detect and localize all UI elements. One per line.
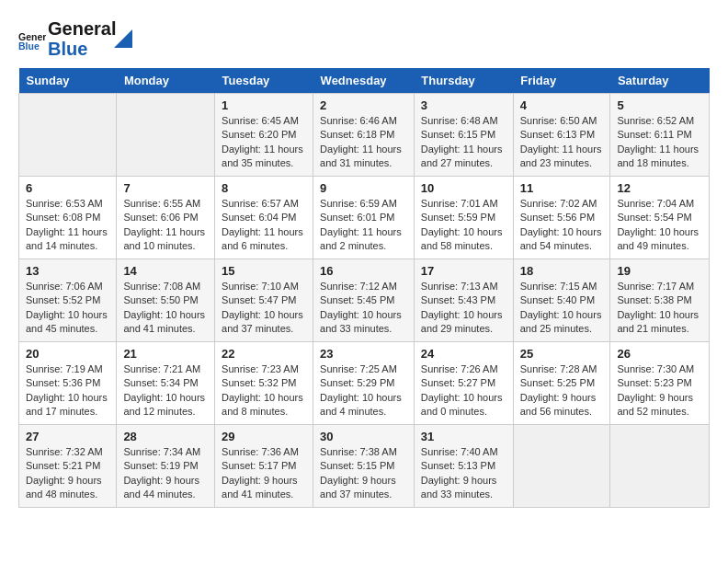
- day-number: 16: [320, 264, 407, 278]
- calendar-cell: [19, 94, 117, 177]
- day-number: 12: [617, 181, 702, 195]
- calendar-cell: 24Sunrise: 7:26 AMSunset: 5:27 PMDayligh…: [414, 342, 513, 425]
- cell-info: Sunrise: 6:52 AMSunset: 6:11 PMDaylight:…: [617, 114, 702, 171]
- day-number: 25: [520, 347, 604, 361]
- calendar-cell: 8Sunrise: 6:57 AMSunset: 6:04 PMDaylight…: [215, 177, 313, 259]
- day-number: 7: [123, 181, 208, 195]
- cell-info: Sunrise: 7:12 AMSunset: 5:45 PMDaylight:…: [320, 280, 407, 337]
- calendar-cell: 12Sunrise: 7:04 AMSunset: 5:54 PMDayligh…: [610, 177, 710, 259]
- cell-info: Sunrise: 6:50 AMSunset: 6:13 PMDaylight:…: [520, 114, 604, 171]
- day-number: 8: [222, 181, 306, 195]
- cell-info: Sunrise: 7:23 AMSunset: 5:32 PMDaylight:…: [222, 362, 306, 419]
- calendar-cell: 23Sunrise: 7:25 AMSunset: 5:29 PMDayligh…: [313, 342, 415, 425]
- calendar-week-row: 6Sunrise: 6:53 AMSunset: 6:08 PMDaylight…: [19, 177, 710, 259]
- day-number: 15: [222, 264, 306, 278]
- calendar-cell: 3Sunrise: 6:48 AMSunset: 6:15 PMDaylight…: [414, 94, 513, 177]
- logo-general: General: [48, 18, 116, 39]
- cell-info: Sunrise: 6:48 AMSunset: 6:15 PMDaylight:…: [421, 114, 506, 171]
- calendar-cell: 14Sunrise: 7:08 AMSunset: 5:50 PMDayligh…: [117, 259, 215, 342]
- calendar-cell: 2Sunrise: 6:46 AMSunset: 6:18 PMDaylight…: [313, 94, 415, 177]
- col-header-sunday: Sunday: [19, 68, 117, 94]
- svg-text:Blue: Blue: [18, 40, 40, 52]
- cell-info: Sunrise: 6:59 AMSunset: 6:01 PMDaylight:…: [320, 197, 407, 254]
- cell-info: Sunrise: 7:32 AMSunset: 5:21 PMDaylight:…: [26, 445, 109, 502]
- calendar-cell: 28Sunrise: 7:34 AMSunset: 5:19 PMDayligh…: [117, 425, 215, 508]
- calendar-cell: 29Sunrise: 7:36 AMSunset: 5:17 PMDayligh…: [215, 425, 313, 508]
- cell-info: Sunrise: 6:45 AMSunset: 6:20 PMDaylight:…: [222, 114, 306, 171]
- cell-info: Sunrise: 7:08 AMSunset: 5:50 PMDaylight:…: [123, 280, 208, 337]
- cell-info: Sunrise: 6:57 AMSunset: 6:04 PMDaylight:…: [222, 197, 306, 254]
- calendar-cell: 30Sunrise: 7:38 AMSunset: 5:15 PMDayligh…: [313, 425, 415, 508]
- calendar-cell: 18Sunrise: 7:15 AMSunset: 5:40 PMDayligh…: [513, 259, 610, 342]
- day-number: 17: [421, 264, 506, 278]
- calendar-week-row: 1Sunrise: 6:45 AMSunset: 6:20 PMDaylight…: [19, 94, 710, 177]
- cell-info: Sunrise: 7:30 AMSunset: 5:23 PMDaylight:…: [617, 362, 702, 419]
- cell-info: Sunrise: 7:21 AMSunset: 5:34 PMDaylight:…: [123, 362, 208, 419]
- calendar-week-row: 27Sunrise: 7:32 AMSunset: 5:21 PMDayligh…: [19, 425, 710, 508]
- day-number: 11: [520, 181, 604, 195]
- calendar-cell: [117, 94, 215, 177]
- day-number: 29: [222, 430, 306, 443]
- calendar-cell: 19Sunrise: 7:17 AMSunset: 5:38 PMDayligh…: [610, 259, 710, 342]
- day-number: 30: [320, 430, 407, 443]
- day-number: 19: [617, 264, 702, 278]
- cell-info: Sunrise: 7:04 AMSunset: 5:54 PMDaylight:…: [617, 197, 702, 254]
- day-number: 22: [222, 347, 306, 361]
- calendar-cell: 13Sunrise: 7:06 AMSunset: 5:52 PMDayligh…: [19, 259, 117, 342]
- cell-info: Sunrise: 7:28 AMSunset: 5:25 PMDaylight:…: [520, 362, 604, 419]
- calendar-week-row: 13Sunrise: 7:06 AMSunset: 5:52 PMDayligh…: [19, 259, 710, 342]
- col-header-saturday: Saturday: [610, 68, 710, 94]
- cell-info: Sunrise: 7:19 AMSunset: 5:36 PMDaylight:…: [26, 362, 109, 419]
- calendar-cell: 4Sunrise: 6:50 AMSunset: 6:13 PMDaylight…: [513, 94, 610, 177]
- calendar-cell: 27Sunrise: 7:32 AMSunset: 5:21 PMDayligh…: [19, 425, 117, 508]
- cell-info: Sunrise: 7:01 AMSunset: 5:59 PMDaylight:…: [421, 197, 506, 254]
- calendar-cell: 5Sunrise: 6:52 AMSunset: 6:11 PMDaylight…: [610, 94, 710, 177]
- calendar-cell: [610, 425, 710, 508]
- col-header-wednesday: Wednesday: [313, 68, 415, 94]
- day-number: 26: [617, 347, 702, 361]
- day-number: 14: [123, 264, 208, 278]
- calendar-cell: 11Sunrise: 7:02 AMSunset: 5:56 PMDayligh…: [513, 177, 610, 259]
- svg-marker-3: [114, 29, 132, 48]
- cell-info: Sunrise: 7:13 AMSunset: 5:43 PMDaylight:…: [421, 280, 506, 337]
- logo: General Blue General Blue: [18, 18, 132, 59]
- calendar-cell: 1Sunrise: 6:45 AMSunset: 6:20 PMDaylight…: [215, 94, 313, 177]
- day-number: 20: [26, 347, 109, 361]
- col-header-tuesday: Tuesday: [215, 68, 313, 94]
- logo-icon: General Blue: [18, 25, 46, 52]
- day-number: 28: [123, 430, 208, 443]
- cell-info: Sunrise: 7:36 AMSunset: 5:17 PMDaylight:…: [222, 445, 306, 502]
- day-number: 1: [222, 98, 306, 112]
- day-number: 3: [421, 98, 506, 112]
- calendar-cell: 15Sunrise: 7:10 AMSunset: 5:47 PMDayligh…: [215, 259, 313, 342]
- calendar-cell: 25Sunrise: 7:28 AMSunset: 5:25 PMDayligh…: [513, 342, 610, 425]
- logo-blue: Blue: [48, 39, 116, 59]
- cell-info: Sunrise: 7:02 AMSunset: 5:56 PMDaylight:…: [520, 197, 604, 254]
- calendar-cell: 7Sunrise: 6:55 AMSunset: 6:06 PMDaylight…: [117, 177, 215, 259]
- day-number: 23: [320, 347, 407, 361]
- calendar-table: SundayMondayTuesdayWednesdayThursdayFrid…: [18, 68, 710, 508]
- col-header-thursday: Thursday: [414, 68, 513, 94]
- calendar-cell: 10Sunrise: 7:01 AMSunset: 5:59 PMDayligh…: [414, 177, 513, 259]
- cell-info: Sunrise: 7:10 AMSunset: 5:47 PMDaylight:…: [222, 280, 306, 337]
- cell-info: Sunrise: 7:06 AMSunset: 5:52 PMDaylight:…: [26, 280, 109, 337]
- calendar-cell: 16Sunrise: 7:12 AMSunset: 5:45 PMDayligh…: [313, 259, 415, 342]
- day-number: 10: [421, 181, 506, 195]
- day-number: 31: [421, 430, 506, 443]
- logo-triangle-icon: [114, 20, 132, 48]
- day-number: 2: [320, 98, 407, 112]
- day-number: 24: [421, 347, 506, 361]
- cell-info: Sunrise: 6:53 AMSunset: 6:08 PMDaylight:…: [26, 197, 109, 254]
- cell-info: Sunrise: 6:46 AMSunset: 6:18 PMDaylight:…: [320, 114, 407, 171]
- cell-info: Sunrise: 7:25 AMSunset: 5:29 PMDaylight:…: [320, 362, 407, 419]
- day-number: 5: [617, 98, 702, 112]
- cell-info: Sunrise: 7:17 AMSunset: 5:38 PMDaylight:…: [617, 280, 702, 337]
- calendar-cell: 9Sunrise: 6:59 AMSunset: 6:01 PMDaylight…: [313, 177, 415, 259]
- day-number: 21: [123, 347, 208, 361]
- day-number: 9: [320, 181, 407, 195]
- calendar-week-row: 20Sunrise: 7:19 AMSunset: 5:36 PMDayligh…: [19, 342, 710, 425]
- day-number: 27: [26, 430, 109, 443]
- col-header-monday: Monday: [117, 68, 215, 94]
- cell-info: Sunrise: 7:38 AMSunset: 5:15 PMDaylight:…: [320, 445, 407, 502]
- day-number: 4: [520, 98, 604, 112]
